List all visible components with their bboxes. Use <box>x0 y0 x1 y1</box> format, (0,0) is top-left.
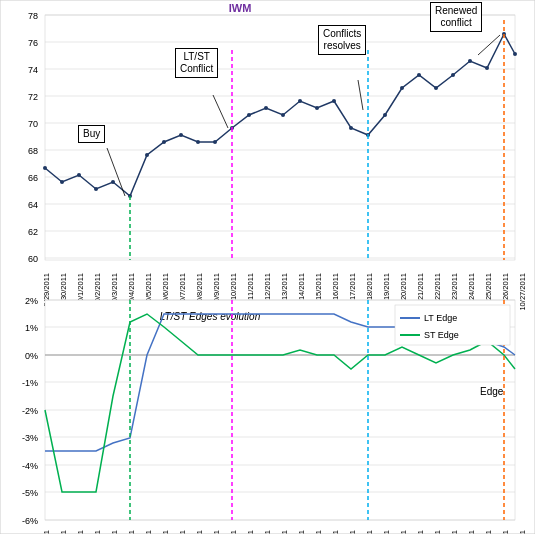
svg-text:10/26/2011: 10/26/2011 <box>501 530 510 534</box>
svg-text:68: 68 <box>28 146 38 156</box>
lt-edge-legend-label: LT Edge <box>424 313 457 323</box>
svg-text:9/29/2011: 9/29/2011 <box>42 530 51 534</box>
edge-label: Edge <box>480 386 504 397</box>
svg-text:10/23/2011: 10/23/2011 <box>450 530 459 534</box>
svg-point-47 <box>468 59 472 63</box>
chart-container: 78 76 74 72 70 68 66 64 62 60 IWM 9/29/2… <box>0 0 535 534</box>
svg-point-43 <box>400 86 404 90</box>
svg-text:1%: 1% <box>25 323 38 333</box>
svg-text:10/7/2011: 10/7/2011 <box>178 530 187 534</box>
st-edge-legend-label: ST Edge <box>424 330 459 340</box>
svg-text:10/1/2011: 10/1/2011 <box>76 530 85 534</box>
svg-text:10/17/2011: 10/17/2011 <box>348 530 357 534</box>
svg-text:78: 78 <box>28 11 38 21</box>
svg-text:10/27/2011: 10/27/2011 <box>518 530 527 534</box>
svg-point-46 <box>451 73 455 77</box>
svg-point-39 <box>332 99 336 103</box>
svg-point-45 <box>434 86 438 90</box>
svg-text:2%: 2% <box>25 296 38 306</box>
svg-text:10/13/2011: 10/13/2011 <box>280 530 289 534</box>
svg-text:10/3/2011: 10/3/2011 <box>110 530 119 534</box>
svg-text:10/15/2011: 10/15/2011 <box>314 530 323 534</box>
svg-point-40 <box>349 126 353 130</box>
svg-text:10/11/2011: 10/11/2011 <box>246 530 255 534</box>
svg-point-25 <box>94 187 98 191</box>
conflicts-resolves-annotation: Conflictsresolves <box>318 25 366 55</box>
svg-text:74: 74 <box>28 65 38 75</box>
svg-text:10/8/2011: 10/8/2011 <box>195 530 204 534</box>
svg-text:10/10/2011: 10/10/2011 <box>229 530 238 534</box>
svg-point-42 <box>383 113 387 117</box>
svg-point-22 <box>43 166 47 170</box>
svg-text:10/14/2011: 10/14/2011 <box>297 530 306 534</box>
svg-text:-3%: -3% <box>22 433 38 443</box>
svg-text:-1%: -1% <box>22 378 38 388</box>
svg-point-32 <box>213 140 217 144</box>
svg-text:10/25/2011: 10/25/2011 <box>484 530 493 534</box>
svg-text:76: 76 <box>28 38 38 48</box>
svg-text:10/21/2011: 10/21/2011 <box>416 530 425 534</box>
svg-text:10/16/2011: 10/16/2011 <box>331 530 340 534</box>
svg-text:10/6/2011: 10/6/2011 <box>161 530 170 534</box>
svg-text:10/19/2011: 10/19/2011 <box>382 530 391 534</box>
svg-point-37 <box>298 99 302 103</box>
svg-point-26 <box>111 180 115 184</box>
svg-text:0%: 0% <box>25 351 38 361</box>
buy-annotation: Buy <box>78 125 105 143</box>
svg-text:10/2/2011: 10/2/2011 <box>93 530 102 534</box>
svg-text:66: 66 <box>28 173 38 183</box>
svg-point-31 <box>196 140 200 144</box>
svg-text:70: 70 <box>28 119 38 129</box>
svg-text:-2%: -2% <box>22 406 38 416</box>
svg-point-48 <box>485 66 489 70</box>
svg-text:-6%: -6% <box>22 516 38 526</box>
renewed-conflict-annotation: Renewedconflict <box>430 2 482 32</box>
svg-text:-5%: -5% <box>22 488 38 498</box>
svg-text:10/20/2011: 10/20/2011 <box>399 530 408 534</box>
svg-text:72: 72 <box>28 92 38 102</box>
svg-point-29 <box>162 140 166 144</box>
svg-point-24 <box>77 173 81 177</box>
svg-text:10/18/2011: 10/18/2011 <box>365 530 374 534</box>
svg-point-23 <box>60 180 64 184</box>
svg-text:10/24/2011: 10/24/2011 <box>467 530 476 534</box>
svg-text:-4%: -4% <box>22 461 38 471</box>
lt-st-conflict-annotation: LT/STConflict <box>175 48 218 78</box>
svg-point-28 <box>145 153 149 157</box>
svg-point-34 <box>247 113 251 117</box>
svg-text:62: 62 <box>28 227 38 237</box>
svg-point-44 <box>417 73 421 77</box>
svg-text:10/9/2011: 10/9/2011 <box>212 530 221 534</box>
svg-text:60: 60 <box>28 254 38 264</box>
svg-text:9/30/2011: 9/30/2011 <box>59 530 68 534</box>
main-chart-svg: 78 76 74 72 70 68 66 64 62 60 IWM 9/29/2… <box>0 0 535 534</box>
svg-point-50 <box>513 52 517 56</box>
svg-text:10/27/2011: 10/27/2011 <box>518 273 527 311</box>
svg-text:10/5/2011: 10/5/2011 <box>144 530 153 534</box>
svg-text:10/22/2011: 10/22/2011 <box>433 530 442 534</box>
svg-rect-1 <box>45 15 515 260</box>
svg-text:10/12/2011: 10/12/2011 <box>263 530 272 534</box>
iwm-title: IWM <box>229 2 252 14</box>
svg-point-35 <box>264 106 268 110</box>
svg-point-36 <box>281 113 285 117</box>
bottom-chart-title: LT/ST Edges evolution <box>160 311 261 322</box>
svg-point-38 <box>315 106 319 110</box>
svg-text:10/4/2011: 10/4/2011 <box>127 530 136 534</box>
svg-point-30 <box>179 133 183 137</box>
svg-text:64: 64 <box>28 200 38 210</box>
